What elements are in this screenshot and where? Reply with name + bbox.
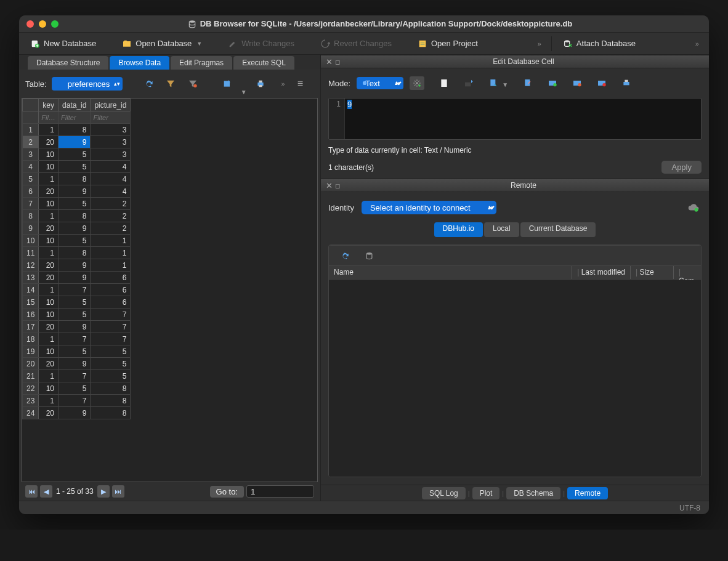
cell[interactable]: 3: [91, 124, 131, 136]
table-row[interactable]: 242098: [23, 407, 131, 419]
row-number[interactable]: 2: [23, 136, 39, 148]
cell[interactable]: 3: [91, 148, 131, 161]
cell[interactable]: 10: [39, 309, 59, 321]
tab-structure[interactable]: Database Structure: [28, 56, 108, 70]
fullscreen-window[interactable]: [51, 20, 59, 28]
doc-icon[interactable]: [439, 78, 449, 88]
import-menu-chevron[interactable]: ▼: [502, 81, 508, 88]
table-row[interactable]: 11181: [23, 247, 131, 259]
close-window[interactable]: [26, 20, 34, 28]
apply-button[interactable]: Apply: [661, 161, 702, 174]
cell[interactable]: 5: [59, 235, 91, 247]
cell[interactable]: 6: [91, 296, 131, 309]
cell[interactable]: 5: [59, 382, 91, 395]
cell[interactable]: 9: [59, 185, 91, 198]
cell[interactable]: 8: [91, 395, 131, 407]
minimize-window[interactable]: [39, 20, 46, 28]
cell[interactable]: 7: [59, 333, 91, 345]
row-number[interactable]: 20: [23, 358, 39, 370]
toolbar-overflow[interactable]: »: [533, 40, 546, 47]
tab-browse-data[interactable]: Browse Data: [110, 56, 169, 70]
status-encoding[interactable]: UTF-8: [679, 504, 700, 512]
cell[interactable]: 5: [59, 148, 91, 161]
cell[interactable]: 7: [91, 333, 131, 345]
new-database-button[interactable]: New Database: [24, 36, 102, 51]
doc-in-icon[interactable]: [488, 78, 498, 88]
cell[interactable]: 10: [39, 382, 59, 395]
cell[interactable]: 1: [39, 124, 59, 136]
remote-download-button[interactable]: [362, 249, 376, 262]
table-row[interactable]: 172097: [23, 321, 131, 333]
table-row[interactable]: 1183: [23, 124, 131, 136]
cell[interactable]: 20: [39, 259, 59, 272]
table-row[interactable]: 22093: [23, 136, 131, 148]
last-page-button[interactable]: ⏭: [112, 485, 124, 498]
export-button[interactable]: [219, 75, 236, 92]
prev-page-button[interactable]: ◀: [40, 485, 52, 498]
table-select[interactable]: preferences: [52, 77, 123, 91]
popout-panel-icon[interactable]: ◻: [333, 182, 342, 189]
row-number[interactable]: 15: [23, 296, 39, 309]
cell[interactable]: 8: [59, 247, 91, 259]
cell[interactable]: 9: [59, 407, 91, 419]
table-row[interactable]: 8182: [23, 210, 131, 222]
popout-panel-icon[interactable]: ◻: [333, 59, 342, 65]
table-row[interactable]: 18177: [23, 333, 131, 345]
row-number[interactable]: 4: [23, 161, 39, 173]
print-cell-icon[interactable]: [621, 78, 631, 88]
cell[interactable]: 2: [91, 198, 131, 210]
push-to-cloud-button[interactable]: [686, 200, 702, 216]
cell[interactable]: 5: [59, 345, 91, 358]
table-row[interactable]: 101051: [23, 235, 131, 247]
table-row[interactable]: 41054: [23, 161, 131, 173]
cell[interactable]: 7: [59, 395, 91, 407]
remote-list[interactable]: [329, 280, 701, 477]
cell[interactable]: 20: [39, 407, 59, 419]
hamburger-icon[interactable]: ≡: [297, 78, 303, 89]
cell[interactable]: 1: [91, 247, 131, 259]
table-row[interactable]: 132096: [23, 272, 131, 284]
doc-out-icon[interactable]: [523, 78, 533, 88]
cell[interactable]: 8: [91, 407, 131, 419]
edit-cell-delete-icon[interactable]: [597, 78, 607, 88]
row-number[interactable]: 9: [23, 222, 39, 235]
table-row[interactable]: 21175: [23, 370, 131, 382]
auto-format-button[interactable]: [410, 76, 424, 90]
open-database-button[interactable]: Open Database ▼: [116, 36, 208, 51]
cell[interactable]: 4: [91, 173, 131, 185]
row-number[interactable]: 10: [23, 235, 39, 247]
cell[interactable]: 2: [91, 222, 131, 235]
cell[interactable]: 7: [91, 321, 131, 333]
cell[interactable]: 9: [59, 358, 91, 370]
clear-cell-icon[interactable]: [572, 78, 582, 88]
cell[interactable]: 1: [39, 247, 59, 259]
cell[interactable]: 20: [39, 272, 59, 284]
cell[interactable]: 9: [59, 136, 91, 148]
cell[interactable]: 7: [91, 309, 131, 321]
cell[interactable]: 8: [59, 124, 91, 136]
cell[interactable]: 10: [39, 198, 59, 210]
table-row[interactable]: 92092: [23, 222, 131, 235]
cell[interactable]: 1: [39, 395, 59, 407]
remote-refresh-button[interactable]: [338, 249, 351, 262]
cell[interactable]: 6: [91, 272, 131, 284]
cell[interactable]: 9: [59, 272, 91, 284]
export-menu-chevron[interactable]: ▼: [241, 89, 247, 95]
column-header-key[interactable]: key: [39, 99, 59, 111]
row-number[interactable]: 19: [23, 345, 39, 358]
cell[interactable]: 10: [39, 161, 59, 173]
cell[interactable]: 5: [59, 296, 91, 309]
row-number[interactable]: 16: [23, 309, 39, 321]
cell[interactable]: 10: [39, 296, 59, 309]
row-number[interactable]: 14: [23, 284, 39, 296]
save-filter-button[interactable]: [184, 75, 201, 92]
cell[interactable]: 4: [91, 161, 131, 173]
row-number[interactable]: 23: [23, 395, 39, 407]
table-row[interactable]: 122091: [23, 259, 131, 272]
identity-select[interactable]: Select an identity to connect: [362, 201, 496, 214]
cell[interactable]: 20: [39, 222, 59, 235]
table-row[interactable]: 31053: [23, 148, 131, 161]
cell[interactable]: 1: [39, 210, 59, 222]
clear-filters-button[interactable]: [162, 75, 179, 92]
row-number[interactable]: 17: [23, 321, 39, 333]
